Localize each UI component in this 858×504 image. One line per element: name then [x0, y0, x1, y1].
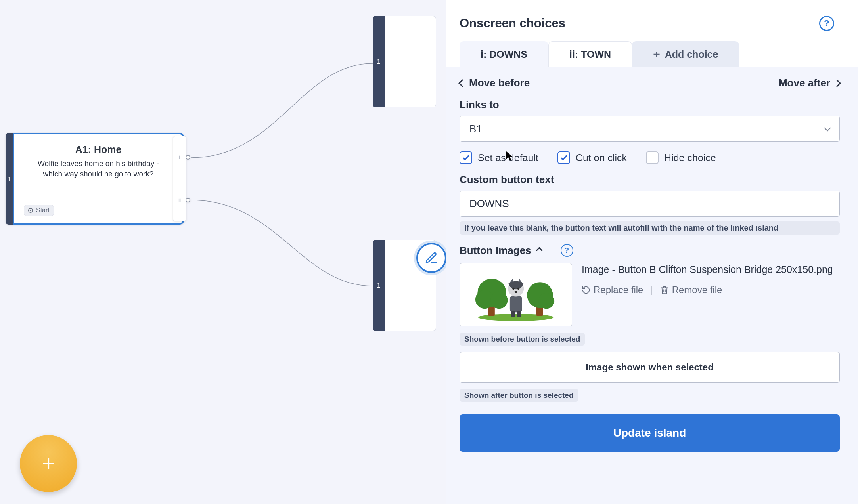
custom-button-label: Custom button text	[460, 174, 840, 186]
links-to-value: B1	[469, 123, 482, 135]
panel-title: Onscreen choices	[460, 16, 565, 31]
svg-point-4	[490, 292, 508, 309]
start-badge: Start	[24, 205, 54, 216]
story-canvas[interactable]: 1 A1: Home Wolfie leaves home on his bir…	[0, 0, 436, 504]
svg-point-7	[538, 293, 554, 309]
svg-point-13	[517, 288, 519, 290]
hide-choice-checkbox[interactable]: Hide choice	[646, 151, 716, 164]
target-body[interactable]	[385, 16, 436, 107]
plus-icon: +	[653, 48, 660, 60]
target-number-strip: 1	[373, 16, 385, 107]
chevron-up-icon[interactable]	[536, 247, 542, 254]
pencil-icon	[425, 251, 438, 265]
start-icon	[28, 208, 33, 213]
edge-layer	[0, 0, 436, 504]
button-image-thumbnail[interactable]	[460, 263, 572, 326]
shown-after-hint: Shown after button is selected	[460, 389, 578, 402]
custom-button-input[interactable]	[460, 191, 840, 217]
custom-button-hint: If you leave this blank, the button text…	[460, 221, 840, 235]
edit-button[interactable]	[416, 243, 446, 273]
island-outlets: i ii	[173, 136, 186, 221]
island-title: A1: Home	[75, 144, 122, 155]
replace-file-button[interactable]: Replace file	[582, 284, 643, 296]
island-body[interactable]: A1: Home Wolfie leaves home on his birth…	[13, 133, 184, 225]
target-island-1[interactable]: 1	[373, 16, 436, 107]
help-icon[interactable]: ?	[561, 244, 573, 257]
add-choice-button[interactable]: + Add choice	[632, 41, 739, 67]
move-before-button[interactable]: Move before	[460, 77, 530, 89]
move-after-button[interactable]: Move after	[779, 77, 840, 89]
image-filename: Image - Button B Clifton Suspension Brid…	[582, 263, 840, 277]
outlet-i[interactable]: i	[173, 136, 186, 179]
plus-icon: +	[42, 452, 55, 475]
choice-tabs: i: DOWNS ii: TOWN + Add choice	[446, 39, 858, 67]
start-label: Start	[36, 207, 50, 214]
cut-on-click-checkbox[interactable]: Cut on click	[557, 151, 627, 164]
trash-icon	[660, 286, 669, 294]
island-node[interactable]: 1 A1: Home Wolfie leaves home on his bir…	[6, 133, 184, 225]
set-default-checkbox[interactable]: Set as default	[460, 151, 538, 164]
tab-choice-ii[interactable]: ii: TOWN	[548, 41, 632, 67]
undo-icon	[582, 286, 590, 294]
shown-before-hint: Shown before button is selected	[460, 333, 585, 346]
remove-file-button[interactable]: Remove file	[660, 284, 722, 296]
outlet-pin[interactable]	[186, 155, 190, 160]
target-number-strip: 1	[373, 240, 385, 331]
links-to-select[interactable]: B1	[460, 116, 840, 142]
chevron-left-icon	[458, 79, 466, 87]
help-icon[interactable]: ?	[819, 16, 834, 31]
tab-choice-i[interactable]: i: DOWNS	[460, 41, 548, 67]
outlet-pin[interactable]	[186, 198, 190, 202]
svg-rect-9	[511, 311, 515, 317]
links-to-label: Links to	[460, 99, 840, 111]
outlet-ii[interactable]: ii	[173, 179, 186, 221]
chevron-down-icon	[824, 125, 831, 132]
svg-rect-8	[510, 296, 522, 313]
island-number: 1	[8, 176, 11, 182]
choice-form: Move before Move after Links to B1 Set a…	[446, 67, 858, 504]
island-number-strip: 1	[6, 133, 13, 225]
update-island-button[interactable]: Update island	[460, 414, 840, 452]
button-images-label: Button Images	[460, 244, 531, 257]
selected-image-dropzone[interactable]: Image shown when selected	[460, 352, 840, 383]
inspector-panel: Onscreen choices ? i: DOWNS ii: TOWN + A…	[446, 0, 858, 504]
svg-point-12	[512, 288, 514, 290]
svg-point-14	[514, 291, 517, 293]
svg-rect-10	[517, 311, 521, 317]
chevron-right-icon	[833, 79, 841, 87]
add-island-fab[interactable]: +	[20, 435, 77, 492]
island-description: Wolfie leaves home on his birthday - whi…	[31, 158, 166, 179]
